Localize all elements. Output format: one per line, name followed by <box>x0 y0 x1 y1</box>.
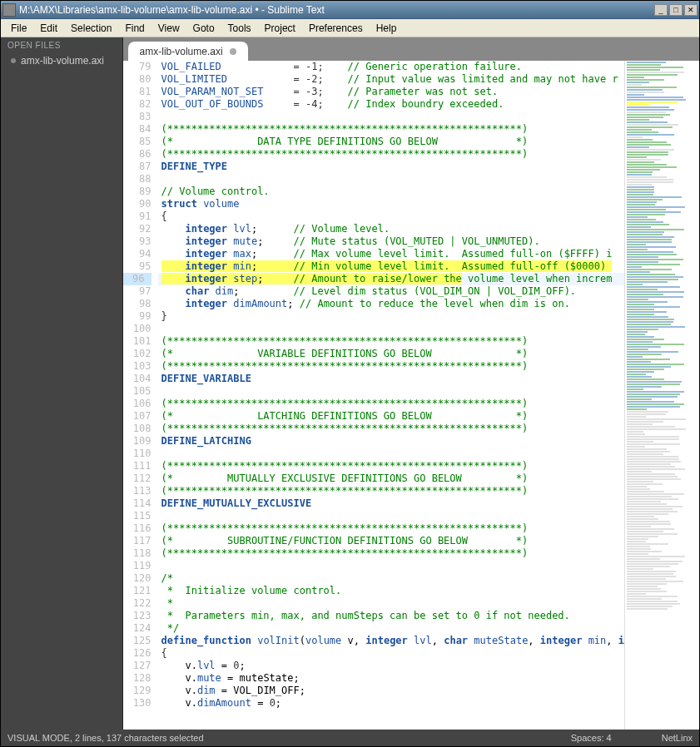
line-number[interactable]: 118 <box>123 547 151 560</box>
status-syntax[interactable]: NetLinx <box>662 733 693 743</box>
code-line[interactable]: integer mute; // Mute status (VOL_MUTED … <box>158 235 624 248</box>
line-number[interactable]: 79 <box>123 61 151 73</box>
line-number[interactable]: 98 <box>123 298 151 310</box>
menu-help[interactable]: Help <box>370 21 404 36</box>
code-line[interactable]: * Parameters min, max, and numSteps can … <box>158 610 624 622</box>
menu-tools[interactable]: Tools <box>221 21 258 36</box>
line-number[interactable]: 124 <box>123 622 151 635</box>
code-line[interactable]: (***************************************… <box>158 398 624 410</box>
code-line[interactable]: } <box>158 310 624 323</box>
status-spaces[interactable]: Spaces: 4 <box>571 733 612 743</box>
code-line[interactable]: (* SUBROUTINE/FUNCTION DEFINITIONS GO BE… <box>158 535 624 547</box>
maximize-button[interactable]: □ <box>669 4 683 16</box>
code-line[interactable]: (***************************************… <box>158 460 624 472</box>
close-button[interactable]: ✕ <box>684 4 698 16</box>
code-line[interactable]: (***************************************… <box>158 547 624 560</box>
line-number[interactable]: 102 <box>123 348 151 360</box>
line-number[interactable]: 83 <box>123 111 151 123</box>
line-number[interactable]: 80 <box>123 73 151 86</box>
line-number[interactable]: 101 <box>123 335 151 348</box>
line-gutter[interactable]: 7980818283848586878889909192939495969798… <box>123 61 158 730</box>
line-number[interactable]: 86 <box>123 148 151 161</box>
line-number[interactable]: 84 <box>123 123 151 136</box>
line-number[interactable]: 103 <box>123 360 151 373</box>
code-line[interactable] <box>158 560 624 572</box>
code-line[interactable]: (* DATA TYPE DEFINITIONS GO BELOW *) <box>158 136 624 148</box>
code-area[interactable]: VOL_FAILED = -1; // Generic operation fa… <box>158 61 624 730</box>
line-number[interactable]: 94 <box>123 248 151 260</box>
line-number[interactable]: 100 <box>123 323 151 335</box>
line-number[interactable]: 109 <box>123 435 151 448</box>
code-line[interactable]: { <box>158 210 624 223</box>
code-line[interactable]: (***************************************… <box>158 522 624 535</box>
code-line[interactable]: DEFINE_VARIABLE <box>158 373 624 385</box>
code-line[interactable]: (* VARIABLE DEFINITIONS GO BELOW *) <box>158 348 624 360</box>
menu-selection[interactable]: Selection <box>64 21 118 36</box>
code-line[interactable]: DEFINE_MUTUALLY_EXCLUSIVE <box>158 497 624 510</box>
titlebar[interactable]: M:\AMX\Libraries\amx-lib-volume\amx-lib-… <box>1 1 699 19</box>
code-line[interactable] <box>158 510 624 522</box>
code-line[interactable]: (***************************************… <box>158 148 624 161</box>
line-number[interactable]: 93 <box>123 235 151 248</box>
menu-find[interactable]: Find <box>118 21 151 36</box>
code-line[interactable]: DEFINE_TYPE <box>158 161 624 173</box>
menu-view[interactable]: View <box>151 21 186 36</box>
sidebar-item[interactable]: amx-lib-volume.axi <box>1 53 122 68</box>
line-number[interactable]: 89 <box>123 186 151 198</box>
line-number[interactable]: 127 <box>123 660 151 672</box>
code-line[interactable]: (* MUTUALLY EXCLUSIVE DEFINITIONS GO BEL… <box>158 472 624 485</box>
menu-project[interactable]: Project <box>258 21 302 36</box>
line-number[interactable]: 90 <box>123 198 151 210</box>
line-number[interactable]: 120 <box>123 572 151 585</box>
code-line[interactable]: (***************************************… <box>158 360 624 373</box>
code-line[interactable]: (***************************************… <box>158 423 624 435</box>
line-number[interactable]: 91 <box>123 210 151 223</box>
code-line[interactable]: integer min; // Min volume level limit. … <box>158 260 624 273</box>
line-number[interactable]: 113 <box>123 485 151 497</box>
code-line[interactable]: // Volume control. <box>158 186 624 198</box>
menu-file[interactable]: File <box>4 21 33 36</box>
code-line[interactable] <box>158 173 624 186</box>
menu-edit[interactable]: Edit <box>33 21 64 36</box>
line-number[interactable]: 108 <box>123 423 151 435</box>
line-number[interactable]: 129 <box>123 685 151 697</box>
line-number[interactable]: 126 <box>123 647 151 660</box>
tab-bar[interactable]: amx-lib-volume.axi <box>123 37 699 61</box>
code-line[interactable]: struct volume <box>158 198 624 210</box>
line-number[interactable]: 106 <box>123 398 151 410</box>
code-line[interactable]: * <box>158 597 624 610</box>
line-number[interactable]: 99 <box>123 310 151 323</box>
line-number[interactable]: 105 <box>123 385 151 398</box>
line-number[interactable]: 96 <box>123 273 151 285</box>
menu-goto[interactable]: Goto <box>186 21 221 36</box>
minimap[interactable] <box>624 61 699 730</box>
code-line[interactable]: */ <box>158 622 624 635</box>
line-number[interactable]: 87 <box>123 161 151 173</box>
line-number[interactable]: 81 <box>123 86 151 98</box>
line-number[interactable]: 95 <box>123 260 151 273</box>
code-line[interactable]: integer dimAmount; // Amount to reduce t… <box>158 298 624 310</box>
code-line[interactable]: char dim; // Level dim status (VOL_DIM_O… <box>158 285 624 298</box>
line-number[interactable]: 130 <box>123 697 151 710</box>
line-number[interactable]: 92 <box>123 223 151 235</box>
minimize-button[interactable]: _ <box>654 4 668 16</box>
line-number[interactable]: 122 <box>123 597 151 610</box>
line-number[interactable]: 114 <box>123 497 151 510</box>
code-line[interactable] <box>158 385 624 398</box>
tab-active[interactable]: amx-lib-volume.axi <box>128 42 248 62</box>
code-line[interactable]: VOL_LIMITED = -2; // Input value was lim… <box>158 73 624 86</box>
code-line[interactable]: integer step; // Amount to raise/lower t… <box>158 273 624 285</box>
line-number[interactable]: 115 <box>123 510 151 522</box>
line-number[interactable]: 128 <box>123 672 151 685</box>
code-line[interactable]: VOL_PARAM_NOT_SET = -3; // Parameter was… <box>158 86 624 98</box>
line-number[interactable]: 104 <box>123 373 151 385</box>
code-line[interactable] <box>158 448 624 460</box>
code-line[interactable] <box>158 111 624 123</box>
code-line[interactable]: /* <box>158 572 624 585</box>
line-number[interactable]: 110 <box>123 448 151 460</box>
line-number[interactable]: 125 <box>123 635 151 647</box>
line-number[interactable]: 111 <box>123 460 151 472</box>
code-line[interactable]: (***************************************… <box>158 335 624 348</box>
code-line[interactable]: DEFINE_LATCHING <box>158 435 624 448</box>
line-number[interactable]: 85 <box>123 136 151 148</box>
